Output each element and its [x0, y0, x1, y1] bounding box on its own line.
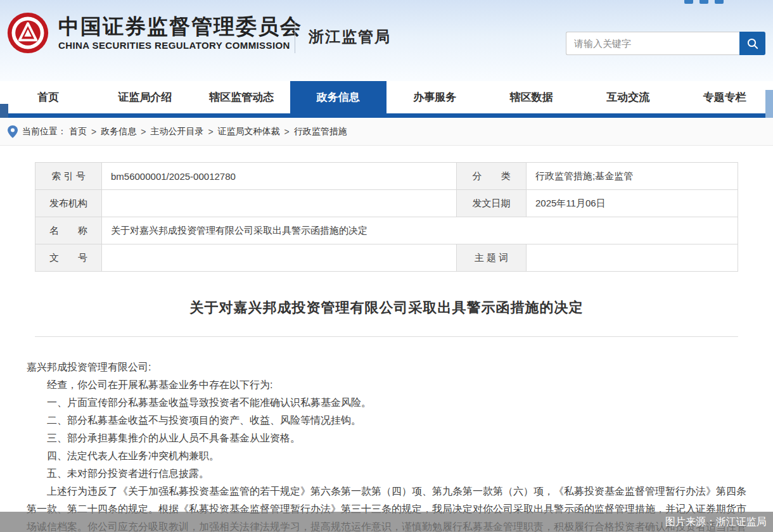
image-source-band: 图片来源：浙江证监局 [0, 512, 773, 532]
topbar-clipped-links[interactable] [684, 0, 724, 5]
doc-paragraph-item-1: 一、片面宣传部分私募基金收益导致投资者不能准确认识私募基金风险。 [27, 394, 746, 412]
meta-label-doc-no: 文 号 [35, 244, 102, 272]
breadcrumb-item-home[interactable]: 首页 [69, 126, 87, 137]
nav-item-bureau-intro[interactable]: 证监局介绍 [97, 81, 194, 113]
location-pin-icon [8, 125, 18, 138]
site-header: 中国证券监督管理委员会 CHINA SECURITIES REGULATORY … [0, 0, 773, 81]
nav-item-regional-news[interactable]: 辖区监管动态 [193, 81, 290, 113]
meta-value-issue-date: 2025年11月06日 [527, 190, 738, 217]
breadcrumb-separator: > [91, 127, 96, 137]
meta-value-doc-no [102, 244, 457, 272]
nav-item-gov-info[interactable]: 政务信息 [290, 81, 387, 113]
breadcrumb-prefix: 当前位置： [22, 126, 67, 137]
meta-value-name: 关于对嘉兴邦成投资管理有限公司采取出具警示函措施的决定 [102, 217, 738, 244]
breadcrumb-item-admin-measures[interactable]: 行政监管措施 [294, 126, 347, 137]
doc-paragraph-intro: 经查，你公司在开展私募基金业务中存在以下行为: [27, 376, 746, 394]
breadcrumb-item-gov-info[interactable]: 政务信息 [101, 126, 136, 137]
table-row: 索 引 号 bm56000001/2025-00012780 分 类 行政监管措… [35, 163, 738, 190]
search-button[interactable] [739, 32, 765, 55]
bureau-name: 浙江监管局 [309, 27, 391, 47]
header-divider [295, 20, 295, 53]
breadcrumb-item-doc-types[interactable]: 证监局文种体裁 [218, 126, 280, 137]
meta-label-index-no: 索 引 号 [35, 163, 102, 190]
meta-value-index-no: bm56000001/2025-00012780 [102, 163, 457, 190]
nav-item-regional-data[interactable]: 辖区数据 [483, 81, 580, 113]
meta-label-category: 分 类 [457, 163, 527, 190]
nav-right-decoration [765, 90, 773, 118]
doc-paragraph-item-3: 三、部分承担募集推介的从业人员不具备基金从业资格。 [27, 429, 746, 447]
document-body: 嘉兴邦成投资管理有限公司: 经查，你公司在开展私募基金业务中存在以下行为: 一、… [0, 337, 773, 532]
org-name-cn: 中国证券监督管理委员会 [58, 15, 302, 38]
document-meta: 索 引 号 bm56000001/2025-00012780 分 类 行政监管措… [0, 146, 773, 272]
table-row: 名 称 关于对嘉兴邦成投资管理有限公司采取出具警示函措施的决定 [35, 217, 738, 244]
org-name-en: CHINA SECURITIES REGULATORY COMMISSION [58, 40, 302, 51]
org-title-block: 中国证券监督管理委员会 CHINA SECURITIES REGULATORY … [58, 15, 302, 51]
breadcrumb-separator: > [141, 127, 146, 137]
table-row: 文 号 主 题 词 [35, 244, 738, 272]
meta-label-issue-date: 发文日期 [457, 190, 527, 217]
nav-item-special-topics[interactable]: 专题专栏 [677, 81, 773, 113]
search-icon [746, 37, 759, 50]
doc-paragraph-item-5: 五、未对部分投资者进行信息披露。 [27, 465, 746, 483]
page: 中国证券监督管理委员会 CHINA SECURITIES REGULATORY … [0, 0, 773, 532]
image-source-label: 图片来源：浙江证监局 [665, 516, 767, 529]
breadcrumb-separator: > [284, 127, 290, 137]
site-search [566, 32, 765, 55]
breadcrumb-item-open-directory[interactable]: 主动公开目录 [150, 126, 203, 137]
meta-value-category: 行政监管措施;基金监管 [527, 163, 738, 190]
nav-item-services[interactable]: 办事服务 [386, 81, 483, 113]
nav-item-home[interactable]: 首页 [0, 81, 97, 113]
search-input[interactable] [566, 32, 739, 55]
doc-paragraph-item-4: 四、法定代表人在业务冲突机构兼职。 [27, 447, 746, 465]
meta-label-keywords: 主 题 词 [457, 244, 527, 272]
meta-label-name: 名 称 [35, 217, 102, 244]
brand: 中国证券监督管理委员会 CHINA SECURITIES REGULATORY … [6, 11, 302, 54]
main-nav: 首页 证监局介绍 辖区监管动态 政务信息 办事服务 辖区数据 互动交流 专题专栏 [0, 81, 773, 118]
breadcrumb-separator: > [208, 127, 213, 137]
nav-item-interaction[interactable]: 互动交流 [580, 81, 677, 113]
table-row: 发布机构 发文日期 2025年11月06日 [35, 190, 738, 217]
meta-value-keywords [527, 244, 738, 272]
nav-left-decoration [0, 104, 8, 118]
page-title: 关于对嘉兴邦成投资管理有限公司采取出具警示函措施的决定 [0, 298, 773, 317]
meta-value-issuing-org [102, 190, 457, 217]
doc-paragraph-item-2: 二、部分私募基金收益不与投资项目的资产、收益、风险等情况挂钩。 [27, 412, 746, 429]
breadcrumb: 当前位置： 首页 > 政务信息 > 主动公开目录 > 证监局文种体裁 > 行政监… [0, 118, 773, 146]
doc-paragraph-salutation: 嘉兴邦成投资管理有限公司: [27, 358, 746, 376]
csrc-seal-logo [6, 11, 49, 54]
meta-table: 索 引 号 bm56000001/2025-00012780 分 类 行政监管措… [35, 162, 738, 272]
meta-label-issuing-org: 发布机构 [35, 190, 102, 217]
